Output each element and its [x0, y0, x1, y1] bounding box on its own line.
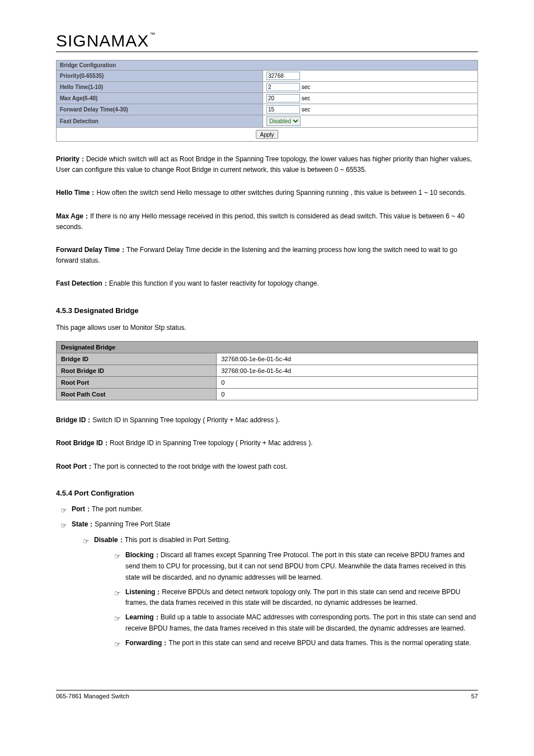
bullet-disable: ☞ Disable：This port is disabled in Port …: [56, 535, 478, 547]
bridge-id-label: Bridge ID: [57, 353, 217, 365]
fwd-explain: Forward Delay Time：The Forward Delay Tim…: [56, 245, 478, 266]
brand-text: SIGNAMAX: [56, 31, 149, 50]
pointer-icon: ☞: [78, 535, 94, 547]
fwd-suffix: sec: [302, 106, 311, 113]
bridge-config-table: Bridge Configuration Priority(0-65535) H…: [56, 60, 478, 142]
bridge-config-header: Bridge Configuration: [57, 60, 478, 71]
logo-header: SIGNAMAX™: [56, 31, 478, 52]
bullet-forward: ☞ Forwarding：The port in this state can …: [56, 638, 478, 650]
db-bridge-id-explain: Bridge ID：Switch ID in Spanning Tree top…: [56, 415, 478, 426]
pointer-icon: ☞: [110, 613, 125, 624]
port-section-title: 4.5.4 Port Configration: [56, 489, 478, 497]
designated-header: Designated Bridge: [57, 342, 478, 353]
pointer-icon: ☞: [110, 638, 125, 650]
hello-explain: Hello Time：How often the switch send Hel…: [56, 188, 478, 198]
fwd-label: Forward Delay Time(4-30): [57, 104, 263, 115]
priority-explain: Priority：Decide which switch will act as…: [56, 154, 478, 175]
fwd-input[interactable]: [266, 105, 300, 114]
db-root-bridge-explain: Root Bridge ID：Root Bridge ID in Spannin…: [56, 438, 478, 449]
maxage-label: Max Age(6-40): [57, 93, 263, 104]
designated-bridge-table: Designated Bridge Bridge ID 32768:00-1e-…: [56, 341, 478, 400]
hello-input[interactable]: [266, 83, 300, 91]
bridge-id-value: 32768:00-1e-6e-01-5c-4d: [217, 353, 478, 365]
apply-button[interactable]: Apply: [256, 130, 278, 139]
maxage-input[interactable]: [266, 94, 300, 102]
maxage-explain: Max Age：If there is no any Hello message…: [56, 211, 478, 232]
fast-label: Fast Detection: [57, 115, 263, 128]
root-bridge-id-label: Root Bridge ID: [57, 365, 217, 377]
root-bridge-id-value: 32768:00-1e-6e-01-5c-4d: [217, 365, 478, 377]
root-path-cost-value: 0: [217, 389, 478, 400]
page-footer: 065-7861 Managed Switch 57: [56, 690, 478, 699]
bullet-learn: ☞ Learning：Build up a table to associate…: [56, 612, 478, 634]
footer-right: 57: [471, 693, 478, 699]
footer-left: 065-7861 Managed Switch: [56, 693, 129, 699]
bullet-block: ☞ Blocking：Discard all frames except Spa…: [56, 550, 478, 583]
hello-suffix: sec: [302, 84, 311, 90]
pointer-icon: ☞: [56, 505, 72, 516]
root-path-cost-label: Root Path Cost: [57, 389, 217, 400]
root-port-label: Root Port: [57, 377, 217, 389]
priority-input[interactable]: [266, 72, 300, 80]
fast-detection-select[interactable]: Disabled: [266, 116, 301, 126]
db-root-port-explain: Root Port：The port is connected to the r…: [56, 461, 478, 472]
pointer-icon: ☞: [110, 550, 125, 562]
hello-label: Hello Time(1-10): [57, 82, 263, 93]
maxage-suffix: sec: [302, 95, 311, 101]
brand-logo: SIGNAMAX™: [56, 31, 155, 50]
designated-intro: This page allows user to Monitor Stp sta…: [56, 323, 478, 334]
designated-section-title: 4.5.3 Designated Bridge: [56, 306, 478, 315]
trademark: ™: [149, 31, 155, 38]
bullet-state: ☞ State：Spanning Tree Port State: [56, 519, 478, 531]
root-port-value: 0: [217, 377, 478, 389]
priority-label: Priority(0-65535): [57, 71, 263, 82]
pointer-icon: ☞: [56, 520, 72, 531]
fast-explain: Fast Detection：Enable this function if y…: [56, 278, 478, 289]
bullet-port: ☞ Port：The port number.: [56, 504, 478, 516]
pointer-icon: ☞: [110, 587, 125, 599]
bullet-listen: ☞ Listening：Receive BPDUs and detect net…: [56, 587, 478, 609]
